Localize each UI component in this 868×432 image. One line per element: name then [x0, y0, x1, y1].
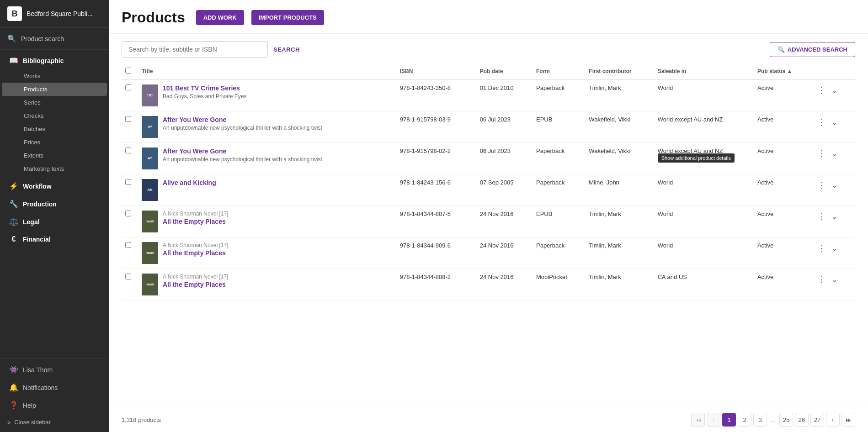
row-actions-cell: ⋮⌄	[812, 143, 855, 174]
product-saleable: CA and US	[654, 269, 754, 300]
sidebar-item-help[interactable]: ❓ Help	[2, 396, 107, 414]
sidebar-item-legal[interactable]: ⚖️ Legal	[2, 213, 107, 231]
total-products: 1,318 products	[122, 416, 161, 423]
sidebar-item-series[interactable]: Series	[2, 96, 107, 109]
sidebar-logo[interactable]: B Bedford Square Publi...	[0, 0, 109, 28]
add-work-button[interactable]: ADD WORK	[196, 10, 244, 25]
legal-icon: ⚖️	[9, 217, 18, 226]
pagination-last-button[interactable]: ⏭	[841, 413, 855, 427]
row-actions-cell: ⋮⌄	[812, 174, 855, 206]
pagination-page-2[interactable]: 2	[738, 413, 751, 427]
row-menu-button[interactable]: ⋮	[815, 179, 827, 191]
row-menu-button[interactable]: ⋮	[815, 274, 827, 285]
row-expand-button[interactable]: ⌄	[829, 274, 840, 285]
product-pub-date: 06 Jul 2023	[476, 143, 533, 174]
row-checkbox-cell	[122, 269, 138, 300]
search-input[interactable]	[122, 41, 268, 58]
pagination-next-button[interactable]: ›	[826, 413, 840, 427]
select-all-checkbox-cell	[122, 63, 138, 80]
col-saleable-in: Saleable in	[654, 63, 754, 80]
row-menu-button[interactable]: ⋮	[815, 242, 827, 254]
row-actions-cell: ⋮⌄	[812, 111, 855, 143]
row-checkbox[interactable]	[125, 148, 131, 153]
row-checkbox[interactable]	[125, 242, 131, 248]
product-pub-status: Active	[754, 80, 812, 111]
sidebar-item-works[interactable]: Works	[2, 69, 107, 83]
sidebar-item-notifications[interactable]: 🔔 Notifications	[2, 379, 107, 396]
row-expand-button[interactable]: ⌄	[829, 179, 840, 191]
product-title-link[interactable]: After You Were Gone	[163, 148, 226, 155]
close-sidebar-label: Close sidebar	[14, 419, 51, 426]
sidebar-item-user[interactable]: 👾 Lisa Thom	[2, 361, 107, 379]
row-actions-cell: ⋮⌄	[812, 269, 855, 300]
row-checkbox[interactable]	[125, 84, 131, 90]
product-saleable: World	[654, 206, 754, 237]
sidebar-item-checks[interactable]: Checks	[2, 109, 107, 122]
product-title-link[interactable]: 101 Best TV Crime Series	[163, 84, 240, 92]
row-expand-button[interactable]: ⌄	[829, 242, 840, 254]
help-label: Help	[23, 402, 36, 409]
product-title-link[interactable]: All the Empty Places	[163, 281, 226, 288]
sidebar-item-production[interactable]: 🔧 Production	[2, 195, 107, 213]
row-menu-button[interactable]: ⋮	[815, 116, 827, 128]
works-label: Works	[24, 73, 41, 79]
sidebar-item-workflow[interactable]: ⚡ Workflow	[2, 177, 107, 195]
row-checkbox[interactable]	[125, 116, 131, 122]
pagination-page-1[interactable]: 1	[722, 413, 736, 427]
row-checkbox[interactable]	[125, 274, 131, 279]
row-expand-button[interactable]: ⌄	[829, 211, 840, 222]
sidebar-item-batches[interactable]: Batches	[2, 122, 107, 136]
row-checkbox[interactable]	[125, 211, 131, 216]
import-products-button[interactable]: IMPORT PRODUCTS	[251, 10, 324, 25]
sidebar-item-prices[interactable]: Prices	[2, 136, 107, 149]
select-all-checkbox[interactable]	[125, 68, 131, 74]
search-button[interactable]: SEARCH	[273, 46, 300, 53]
sidebar-item-financial[interactable]: € Financial	[2, 231, 107, 248]
table-row: AYAfter You Were GoneAn unputdownable ne…	[122, 111, 855, 143]
row-expand-button[interactable]: ⌄	[829, 84, 840, 96]
pagination-prev-button[interactable]: ‹	[707, 413, 720, 427]
product-form: Paperback	[533, 143, 585, 174]
sidebar-item-product-search[interactable]: 🔍 Product search	[0, 28, 109, 50]
product-search-label: Product search	[21, 35, 64, 42]
product-contributor: Timlin, Mark	[585, 206, 654, 237]
product-title-link[interactable]: All the Empty Places	[163, 218, 226, 225]
book-cover: 101	[142, 84, 158, 106]
product-isbn: 978-1-915798-03-9	[396, 111, 476, 143]
row-menu-button[interactable]: ⋮	[815, 211, 827, 222]
row-expand-button[interactable]: ⌄	[829, 148, 840, 159]
products-table-container: Title ISBN Pub date Form First contribut…	[109, 63, 868, 407]
notification-icon: 🔔	[9, 383, 18, 392]
row-checkbox[interactable]	[125, 179, 131, 185]
user-avatar-icon: 👾	[9, 365, 18, 374]
book-cover: AK	[142, 179, 158, 201]
pagination-page-25[interactable]: 25	[779, 413, 793, 427]
product-isbn: 978-1-84344-808-2	[396, 269, 476, 300]
advanced-search-button[interactable]: 🔍 ADVANCED SEARCH	[770, 42, 855, 57]
row-menu-button[interactable]: ⋮	[815, 148, 827, 159]
sidebar-item-extents[interactable]: Extents	[2, 149, 107, 162]
product-title-link[interactable]: Alive and Kicking	[163, 179, 216, 186]
row-actions-cell: ⋮⌄	[812, 237, 855, 269]
product-title-link[interactable]: All the Empty Places	[163, 249, 226, 257]
sidebar-item-products[interactable]: Products	[2, 83, 107, 96]
close-sidebar-button[interactable]: « Close sidebar	[0, 414, 109, 430]
pagination-first-button[interactable]: ⏮	[691, 413, 705, 427]
row-expand-button[interactable]: ⌄	[829, 116, 840, 128]
product-pub-date: 24 Nov 2016	[476, 269, 533, 300]
sidebar-item-marketing-texts[interactable]: Marketing texts	[2, 162, 107, 175]
col-pub-date: Pub date	[476, 63, 533, 80]
pagination-page-27[interactable]: 27	[810, 413, 824, 427]
sidebar-bibliographic-section: 📖 Bibliographic Works Products Series Ch…	[0, 50, 109, 177]
sidebar-item-bibliographic[interactable]: 📖 Bibliographic	[2, 52, 107, 69]
row-menu-button[interactable]: ⋮	[815, 84, 827, 96]
main-content: Products ADD WORK IMPORT PRODUCTS SEARCH…	[109, 0, 868, 432]
row-checkbox-cell	[122, 111, 138, 143]
book-cover: AY	[142, 148, 158, 169]
pagination-page-26[interactable]: 26	[795, 413, 809, 427]
product-title-cell: AYAfter You Were GoneAn unputdownable ne…	[138, 143, 396, 174]
help-icon: ❓	[9, 401, 18, 410]
page-title: Products	[122, 9, 185, 26]
product-title-link[interactable]: After You Were Gone	[163, 116, 226, 123]
pagination-page-3[interactable]: 3	[753, 413, 767, 427]
